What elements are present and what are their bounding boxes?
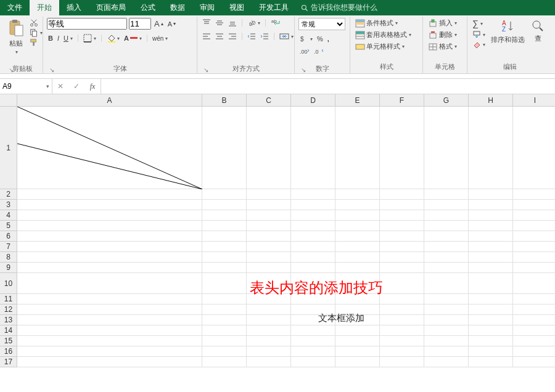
- row-header[interactable]: 12: [0, 304, 17, 315]
- cell[interactable]: [513, 346, 555, 357]
- cell[interactable]: [380, 304, 424, 315]
- cell[interactable]: [469, 294, 513, 304]
- cell[interactable]: [513, 294, 555, 304]
- row-header[interactable]: 1: [0, 107, 17, 189]
- cell[interactable]: [291, 200, 335, 210]
- orientation-button[interactable]: ab▾: [246, 18, 261, 28]
- cell[interactable]: [17, 221, 202, 231]
- comma-button[interactable]: ,: [326, 35, 331, 43]
- border-button[interactable]: ▾: [82, 33, 97, 43]
- cell[interactable]: [335, 231, 380, 242]
- cell[interactable]: [380, 107, 424, 189]
- cell-styles-button[interactable]: 单元格样式▾: [354, 41, 406, 52]
- cell[interactable]: [424, 210, 469, 221]
- tab-page-layout[interactable]: 页面布局: [89, 0, 133, 15]
- cut-button[interactable]: [28, 18, 44, 28]
- align-right-button[interactable]: [227, 31, 238, 41]
- row-header[interactable]: 6: [0, 231, 17, 242]
- row-header[interactable]: 10: [0, 273, 17, 294]
- tab-view[interactable]: 视图: [222, 0, 252, 15]
- cell[interactable]: [247, 304, 291, 315]
- tab-review[interactable]: 审阅: [192, 0, 222, 15]
- cell[interactable]: [335, 210, 380, 221]
- cell[interactable]: [380, 189, 424, 200]
- cell[interactable]: [469, 273, 513, 294]
- cell[interactable]: [17, 210, 202, 221]
- row-header[interactable]: 7: [0, 242, 17, 252]
- paste-button[interactable]: 粘贴▾: [6, 18, 26, 56]
- cell[interactable]: [247, 325, 291, 336]
- cell[interactable]: [380, 273, 424, 294]
- align-bottom-button[interactable]: [227, 18, 238, 28]
- cell[interactable]: [424, 189, 469, 200]
- row-header[interactable]: 4: [0, 210, 17, 221]
- cell[interactable]: [17, 315, 202, 325]
- row-header[interactable]: 9: [0, 263, 17, 273]
- cell[interactable]: [335, 346, 380, 357]
- cell[interactable]: [424, 242, 469, 252]
- format-painter-button[interactable]: [28, 38, 44, 47]
- cell[interactable]: [513, 107, 555, 189]
- font-name-input[interactable]: [47, 18, 127, 30]
- cell[interactable]: [513, 242, 555, 252]
- cell[interactable]: [202, 189, 247, 200]
- font-color-button[interactable]: A▾: [123, 34, 143, 43]
- cell[interactable]: [291, 231, 335, 242]
- cell[interactable]: [380, 294, 424, 304]
- cell[interactable]: [513, 263, 555, 273]
- row-header[interactable]: 8: [0, 252, 17, 263]
- number-format-select[interactable]: 常规: [298, 18, 345, 30]
- cell[interactable]: [291, 357, 335, 367]
- cell[interactable]: [202, 304, 247, 315]
- tab-insert[interactable]: 插入: [59, 0, 89, 15]
- cell[interactable]: [202, 273, 247, 294]
- cell[interactable]: [513, 357, 555, 367]
- column-header[interactable]: G: [424, 94, 469, 107]
- cell[interactable]: [17, 107, 202, 189]
- tell-me-search[interactable]: 告诉我你想要做什么: [301, 2, 377, 13]
- column-header[interactable]: H: [469, 94, 513, 107]
- cell[interactable]: [424, 304, 469, 315]
- cell[interactable]: [202, 315, 247, 325]
- cell[interactable]: [291, 221, 335, 231]
- bold-button[interactable]: B: [47, 34, 54, 43]
- cell[interactable]: [513, 304, 555, 315]
- font-size-input[interactable]: [129, 18, 151, 30]
- tab-data[interactable]: 数据: [163, 0, 192, 15]
- cell[interactable]: [17, 252, 202, 263]
- cell[interactable]: [469, 252, 513, 263]
- clear-button[interactable]: ▾: [471, 40, 487, 49]
- cell[interactable]: [291, 325, 335, 336]
- cell[interactable]: [380, 200, 424, 210]
- name-box[interactable]: A9▾: [0, 79, 52, 94]
- align-center-button[interactable]: [214, 31, 225, 41]
- cell[interactable]: [424, 273, 469, 294]
- cell[interactable]: [424, 346, 469, 357]
- column-header[interactable]: D: [291, 94, 335, 107]
- cell[interactable]: [202, 357, 247, 367]
- cell[interactable]: [247, 210, 291, 221]
- cell[interactable]: [424, 252, 469, 263]
- column-header[interactable]: A: [17, 94, 202, 107]
- select-all-corner[interactable]: [0, 94, 17, 107]
- cell[interactable]: [291, 346, 335, 357]
- row-header[interactable]: 15: [0, 336, 17, 346]
- cell[interactable]: [335, 252, 380, 263]
- cell[interactable]: [17, 304, 202, 315]
- cell[interactable]: [380, 252, 424, 263]
- cell[interactable]: [291, 210, 335, 221]
- fill-button[interactable]: ▾: [471, 30, 487, 39]
- cell[interactable]: [513, 336, 555, 346]
- row-header[interactable]: 5: [0, 221, 17, 231]
- cell[interactable]: [247, 357, 291, 367]
- cell[interactable]: [17, 346, 202, 357]
- row-header[interactable]: 17: [0, 357, 17, 367]
- clipboard-launcher[interactable]: ↘: [6, 67, 14, 73]
- cell[interactable]: [247, 315, 291, 325]
- cell[interactable]: [380, 221, 424, 231]
- row-header[interactable]: 13: [0, 315, 17, 325]
- phonetic-button[interactable]: wén▾: [151, 35, 169, 43]
- cancel-formula-button[interactable]: ✕: [52, 79, 68, 94]
- cell[interactable]: [424, 294, 469, 304]
- cell[interactable]: [247, 242, 291, 252]
